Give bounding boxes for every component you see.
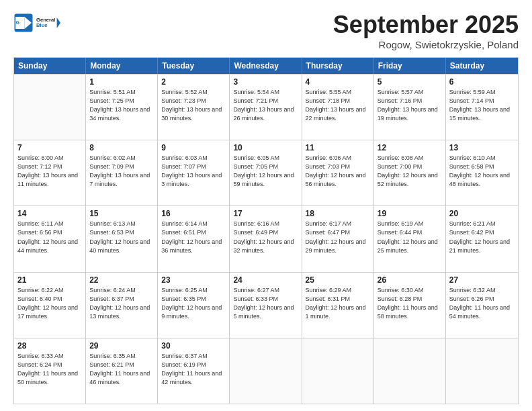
day-number: 29 xyxy=(89,341,154,351)
cell-info: Sunrise: 6:10 AM Sunset: 6:58 PM Dayligh… xyxy=(449,154,515,189)
header-saturday: Saturday xyxy=(446,58,518,74)
location: Rogow, Swietokrzyskie, Poland xyxy=(333,39,519,50)
cell-w4-d4: 24Sunrise: 6:27 AM Sunset: 6:33 PM Dayli… xyxy=(230,273,302,338)
cell-info: Sunrise: 6:02 AM Sunset: 7:09 PM Dayligh… xyxy=(89,154,154,189)
day-number: 11 xyxy=(306,143,370,152)
cell-w5-d1: 28Sunrise: 6:33 AM Sunset: 6:24 PM Dayli… xyxy=(14,338,86,404)
cell-w3-d6: 19Sunrise: 6:19 AM Sunset: 6:44 PM Dayli… xyxy=(374,206,446,271)
day-number: 12 xyxy=(378,143,442,152)
cell-w1-d6: 5Sunrise: 5:57 AM Sunset: 7:16 PM Daylig… xyxy=(374,75,446,140)
cell-w5-d6 xyxy=(374,338,446,404)
day-number: 26 xyxy=(378,275,442,285)
cell-info: Sunrise: 5:52 AM Sunset: 7:23 PM Dayligh… xyxy=(161,88,226,123)
cell-info: Sunrise: 6:11 AM Sunset: 6:56 PM Dayligh… xyxy=(17,220,82,255)
svg-text:General: General xyxy=(36,17,55,23)
cell-w2-d3: 9Sunrise: 6:03 AM Sunset: 7:07 PM Daylig… xyxy=(158,140,230,205)
cell-w1-d3: 2Sunrise: 5:52 AM Sunset: 7:23 PM Daylig… xyxy=(158,75,230,140)
cell-w1-d4: 3Sunrise: 5:54 AM Sunset: 7:21 PM Daylig… xyxy=(230,75,302,140)
cell-info: Sunrise: 6:05 AM Sunset: 7:05 PM Dayligh… xyxy=(233,154,298,189)
cell-info: Sunrise: 6:35 AM Sunset: 6:21 PM Dayligh… xyxy=(89,352,154,387)
cell-w3-d7: 20Sunrise: 6:21 AM Sunset: 6:42 PM Dayli… xyxy=(446,206,518,271)
cell-w4-d2: 22Sunrise: 6:24 AM Sunset: 6:37 PM Dayli… xyxy=(86,273,158,338)
cell-w5-d2: 29Sunrise: 6:35 AM Sunset: 6:21 PM Dayli… xyxy=(86,338,158,404)
header-sunday: Sunday xyxy=(14,58,86,74)
cell-info: Sunrise: 5:51 AM Sunset: 7:25 PM Dayligh… xyxy=(89,88,154,123)
cell-w5-d5 xyxy=(302,338,374,404)
day-number: 22 xyxy=(89,275,154,285)
day-number: 4 xyxy=(306,77,370,87)
day-number: 17 xyxy=(233,209,298,218)
calendar-header: Sunday Monday Tuesday Wednesday Thursday… xyxy=(14,58,518,74)
day-number: 25 xyxy=(306,275,370,285)
cell-info: Sunrise: 6:17 AM Sunset: 6:47 PM Dayligh… xyxy=(306,220,370,255)
week-row-4: 21Sunrise: 6:22 AM Sunset: 6:40 PM Dayli… xyxy=(14,272,518,338)
cell-info: Sunrise: 6:24 AM Sunset: 6:37 PM Dayligh… xyxy=(89,286,154,321)
cell-w3-d1: 14Sunrise: 6:11 AM Sunset: 6:56 PM Dayli… xyxy=(14,206,86,271)
week-row-5: 28Sunrise: 6:33 AM Sunset: 6:24 PM Dayli… xyxy=(14,338,518,404)
calendar: Sunday Monday Tuesday Wednesday Thursday… xyxy=(13,57,519,404)
week-row-1: 1Sunrise: 5:51 AM Sunset: 7:25 PM Daylig… xyxy=(14,74,518,140)
day-number: 18 xyxy=(306,209,370,218)
page: G General Blue September 2025 Rogow, Swi… xyxy=(0,0,532,411)
day-number: 10 xyxy=(233,143,298,152)
cell-w2-d4: 10Sunrise: 6:05 AM Sunset: 7:05 PM Dayli… xyxy=(230,140,302,205)
cell-w2-d1: 7Sunrise: 6:00 AM Sunset: 7:12 PM Daylig… xyxy=(14,140,86,205)
cell-w3-d2: 15Sunrise: 6:13 AM Sunset: 6:53 PM Dayli… xyxy=(86,206,158,271)
cell-w1-d2: 1Sunrise: 5:51 AM Sunset: 7:25 PM Daylig… xyxy=(86,75,158,140)
day-number: 20 xyxy=(449,209,515,218)
day-number: 15 xyxy=(89,209,154,218)
day-number: 14 xyxy=(17,209,82,218)
logo: G General Blue xyxy=(13,11,60,35)
cell-w1-d1 xyxy=(14,75,86,140)
cell-info: Sunrise: 6:06 AM Sunset: 7:03 PM Dayligh… xyxy=(306,154,370,189)
header-friday: Friday xyxy=(374,58,446,74)
cell-info: Sunrise: 6:13 AM Sunset: 6:53 PM Dayligh… xyxy=(89,220,154,255)
cell-w4-d3: 23Sunrise: 6:25 AM Sunset: 6:35 PM Dayli… xyxy=(158,273,230,338)
title-block: September 2025 Rogow, Swietokrzyskie, Po… xyxy=(333,11,519,50)
day-number: 30 xyxy=(161,341,226,351)
header-wednesday: Wednesday xyxy=(230,58,302,74)
cell-w2-d5: 11Sunrise: 6:06 AM Sunset: 7:03 PM Dayli… xyxy=(302,140,374,205)
day-number: 16 xyxy=(161,209,226,218)
day-number: 19 xyxy=(378,209,442,218)
cell-info: Sunrise: 6:37 AM Sunset: 6:19 PM Dayligh… xyxy=(161,352,226,387)
cell-info: Sunrise: 6:25 AM Sunset: 6:35 PM Dayligh… xyxy=(161,286,226,321)
day-number: 8 xyxy=(89,143,154,152)
header-thursday: Thursday xyxy=(302,58,374,74)
day-number: 9 xyxy=(161,143,226,152)
month-title: September 2025 xyxy=(333,11,519,39)
cell-info: Sunrise: 5:59 AM Sunset: 7:14 PM Dayligh… xyxy=(449,88,515,123)
day-number: 1 xyxy=(89,77,154,87)
day-number: 13 xyxy=(449,143,515,152)
general-blue-logo-svg: General Blue xyxy=(36,11,60,35)
day-number: 2 xyxy=(161,77,226,87)
day-number: 7 xyxy=(17,143,82,152)
header-monday: Monday xyxy=(86,58,158,74)
cell-info: Sunrise: 6:14 AM Sunset: 6:51 PM Dayligh… xyxy=(161,220,226,255)
svg-text:Blue: Blue xyxy=(36,22,48,28)
svg-marker-7 xyxy=(57,17,60,28)
cell-w3-d3: 16Sunrise: 6:14 AM Sunset: 6:51 PM Dayli… xyxy=(158,206,230,271)
week-row-3: 14Sunrise: 6:11 AM Sunset: 6:56 PM Dayli… xyxy=(14,205,518,271)
cell-info: Sunrise: 6:29 AM Sunset: 6:31 PM Dayligh… xyxy=(306,286,370,321)
day-number: 5 xyxy=(378,77,442,87)
cell-w4-d1: 21Sunrise: 6:22 AM Sunset: 6:40 PM Dayli… xyxy=(14,273,86,338)
day-number: 21 xyxy=(17,275,82,285)
cell-w4-d7: 27Sunrise: 6:32 AM Sunset: 6:26 PM Dayli… xyxy=(446,273,518,338)
cell-info: Sunrise: 6:19 AM Sunset: 6:44 PM Dayligh… xyxy=(378,220,442,255)
cell-info: Sunrise: 5:55 AM Sunset: 7:18 PM Dayligh… xyxy=(306,88,370,123)
cell-info: Sunrise: 6:30 AM Sunset: 6:28 PM Dayligh… xyxy=(378,286,442,321)
cell-w5-d7 xyxy=(446,338,518,404)
logo-icon: G xyxy=(13,13,34,33)
cell-info: Sunrise: 6:16 AM Sunset: 6:49 PM Dayligh… xyxy=(233,220,298,255)
cell-w1-d7: 6Sunrise: 5:59 AM Sunset: 7:14 PM Daylig… xyxy=(446,75,518,140)
cell-info: Sunrise: 5:57 AM Sunset: 7:16 PM Dayligh… xyxy=(378,88,442,123)
cell-info: Sunrise: 6:08 AM Sunset: 7:00 PM Dayligh… xyxy=(378,154,442,189)
cell-info: Sunrise: 6:22 AM Sunset: 6:40 PM Dayligh… xyxy=(17,286,82,321)
cell-w5-d3: 30Sunrise: 6:37 AM Sunset: 6:19 PM Dayli… xyxy=(158,338,230,404)
cell-info: Sunrise: 6:03 AM Sunset: 7:07 PM Dayligh… xyxy=(161,154,226,189)
header-tuesday: Tuesday xyxy=(158,58,230,74)
cell-info: Sunrise: 6:00 AM Sunset: 7:12 PM Dayligh… xyxy=(17,154,82,189)
week-row-2: 7Sunrise: 6:00 AM Sunset: 7:12 PM Daylig… xyxy=(14,140,518,205)
cell-info: Sunrise: 6:27 AM Sunset: 6:33 PM Dayligh… xyxy=(233,286,298,321)
